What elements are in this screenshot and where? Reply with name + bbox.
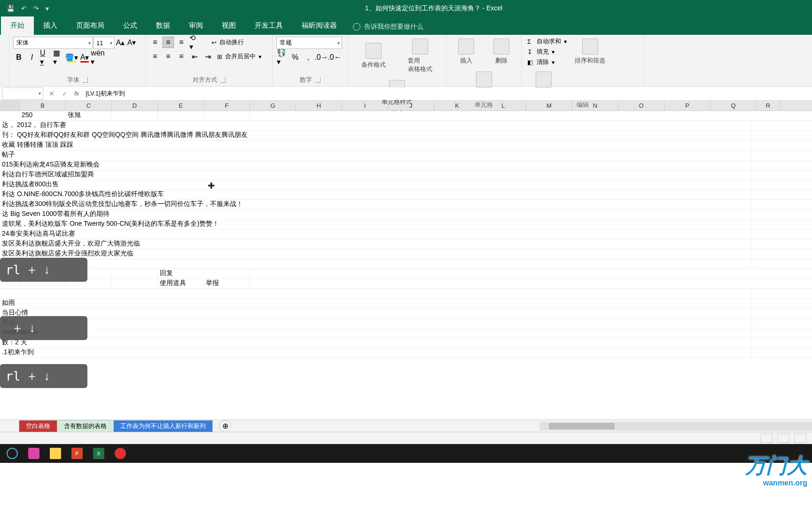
tab-view[interactable]: 视图: [212, 16, 245, 35]
column-header[interactable]: D: [112, 101, 158, 111]
column-header[interactable]: Q: [710, 101, 757, 111]
table-row[interactable]: 达， 2012， 自行车赛: [0, 121, 812, 131]
file-explorer-icon[interactable]: [46, 445, 65, 461]
comma-icon[interactable]: ,: [303, 52, 314, 63]
decrease-decimal-icon[interactable]: .0←: [329, 52, 340, 63]
autosum-button[interactable]: Σ自动求和 ▾: [525, 37, 569, 46]
tab-formulas[interactable]: 公式: [114, 16, 147, 35]
table-row[interactable]: 使用道具举报: [0, 279, 812, 289]
tell-me-search[interactable]: 告诉我你想要做什么: [346, 23, 430, 35]
decrease-indent-icon[interactable]: ⇤: [189, 51, 200, 62]
underline-button[interactable]: U ▾: [39, 52, 51, 63]
align-right-icon[interactable]: ≡: [176, 51, 187, 62]
undo-icon[interactable]: ↶: [21, 5, 27, 12]
column-header[interactable]: G: [250, 101, 296, 111]
font-name-combo[interactable]: 宋体: [13, 37, 93, 49]
table-row[interactable]: 达 Big Seven 1000带着所有人的期待: [0, 210, 812, 220]
add-sheet-button[interactable]: ⊕: [219, 420, 231, 432]
italic-button[interactable]: I: [26, 52, 38, 63]
excel-icon[interactable]: X: [89, 445, 108, 461]
select-all-corner[interactable]: [0, 101, 20, 111]
table-row[interactable]: 当日心情: [0, 309, 812, 318]
column-header[interactable]: O: [618, 101, 664, 111]
sheet-tab-3[interactable]: 工作表为何不让插入新行和新列: [113, 420, 213, 432]
delete-cells-button[interactable]: 删除: [491, 37, 512, 67]
save-icon[interactable]: 💾: [7, 5, 15, 12]
tab-developer[interactable]: 开发工具: [245, 16, 292, 35]
table-row[interactable]: 利达 O.NINE-800CN.7000多块钱高性价比碳纤维欧版车: [0, 190, 812, 200]
phonetic-button[interactable]: wén ▾: [92, 52, 103, 63]
align-left-icon[interactable]: ≡: [149, 51, 161, 62]
horizontal-scrollbar[interactable]: [539, 422, 812, 430]
sheet-tab-1[interactable]: 空白表格: [19, 420, 57, 432]
table-row[interactable]: 刊： QQ好友和群QQ好友和群 QQ空间QQ空间 腾讯微博腾讯微博 腾讯朋友腾讯…: [0, 131, 812, 141]
table-row[interactable]: 发区美利达旗舰店盛大开业，欢迎广大骑游光临: [0, 239, 812, 249]
number-format-combo[interactable]: 常规: [276, 37, 342, 49]
tab-page-layout[interactable]: 页面布局: [67, 16, 114, 35]
customize-qat-icon[interactable]: ▾: [46, 5, 49, 12]
increase-decimal-icon[interactable]: .0→: [316, 52, 327, 63]
spreadsheet-grid[interactable]: 250张旭达， 2012， 自行车赛刊： QQ好友和群QQ好友和群 QQ空间QQ…: [0, 111, 812, 420]
number-launcher-icon[interactable]: [315, 77, 320, 83]
cortana-icon[interactable]: [3, 445, 22, 461]
table-row[interactable]: 如雨: [0, 299, 812, 309]
increase-font-icon[interactable]: A▴: [115, 37, 126, 48]
table-row[interactable]: 道软尾，美利达欧版车 One Twenty 500-CN(美利达的车系是有多全)…: [0, 220, 812, 230]
merge-center-button[interactable]: ⊞合并后居中 ▾: [215, 52, 264, 61]
clear-button[interactable]: ◧清除 ▾: [525, 57, 569, 67]
name-box[interactable]: [2, 87, 43, 100]
column-header[interactable]: E: [158, 101, 204, 111]
cancel-formula-icon[interactable]: ✕: [45, 87, 58, 100]
column-header[interactable]: J: [388, 101, 434, 111]
table-row[interactable]: 利达自行车德州区域诚招加盟商: [0, 170, 812, 180]
currency-icon[interactable]: 💱 ▾: [276, 52, 288, 63]
table-row[interactable]: 回复: [0, 269, 812, 279]
column-header[interactable]: B: [20, 101, 66, 111]
table-row[interactable]: [0, 289, 812, 299]
column-header[interactable]: L: [480, 101, 526, 111]
page-break-view-icon[interactable]: [794, 434, 806, 443]
bold-button[interactable]: B: [13, 52, 24, 63]
table-row[interactable]: 数：2 天: [0, 338, 812, 348]
table-row[interactable]: 250张旭: [0, 111, 812, 121]
tab-home[interactable]: 开始: [1, 16, 34, 35]
orientation-icon[interactable]: ⟲ ▾: [189, 37, 200, 48]
insert-cells-button[interactable]: 插入: [455, 37, 477, 67]
sort-filter-button[interactable]: 排序和筛选: [572, 37, 608, 67]
powerpoint-icon[interactable]: P: [68, 445, 86, 461]
table-row[interactable]: 收藏 转播转播 顶顶 踩踩: [0, 141, 812, 151]
tab-review[interactable]: 审阅: [180, 16, 212, 35]
table-row[interactable]: 帖子: [0, 151, 812, 160]
redo-icon[interactable]: ↷: [33, 5, 39, 12]
column-header[interactable]: P: [664, 101, 710, 111]
camera-icon[interactable]: [24, 445, 43, 461]
tab-data[interactable]: 数据: [147, 16, 180, 35]
table-row[interactable]: 开心: [0, 318, 812, 328]
record-icon[interactable]: [111, 445, 130, 461]
align-launcher-icon[interactable]: [220, 77, 226, 83]
align-center-icon[interactable]: ≡: [163, 51, 174, 62]
tab-insert[interactable]: 插入: [34, 16, 67, 35]
fx-icon[interactable]: fx: [71, 90, 82, 97]
decrease-font-icon[interactable]: A▾: [126, 37, 137, 48]
column-header[interactable]: M: [526, 101, 572, 111]
table-row[interactable]: [0, 259, 812, 269]
column-header[interactable]: H: [296, 101, 342, 111]
wrap-text-button[interactable]: ↩自动换行: [210, 38, 246, 47]
increase-indent-icon[interactable]: ⇥: [202, 51, 213, 62]
format-as-table-button[interactable]: 套用 表格格式: [405, 37, 435, 75]
accept-formula-icon[interactable]: ✓: [58, 87, 71, 100]
column-header[interactable]: F: [204, 101, 250, 111]
table-row[interactable]: 发区美利达旗舰店盛大开业强烈欢迎大家光临: [0, 249, 812, 259]
percent-icon[interactable]: %: [289, 52, 301, 63]
formula-input[interactable]: [82, 87, 812, 100]
table-row[interactable]: 利达挑战者800出售: [0, 180, 812, 190]
table-row[interactable]: .1初来乍到: [0, 348, 812, 358]
column-header[interactable]: K: [434, 101, 480, 111]
border-button[interactable]: ▦ ▾: [53, 52, 64, 63]
column-header[interactable]: N: [572, 101, 618, 111]
align-middle-icon[interactable]: ≡: [163, 37, 174, 48]
column-header[interactable]: I: [342, 101, 388, 111]
column-header[interactable]: R: [757, 101, 780, 111]
table-row[interactable]: 015美利达南龙4S店骑友迎新晚会: [0, 160, 812, 170]
